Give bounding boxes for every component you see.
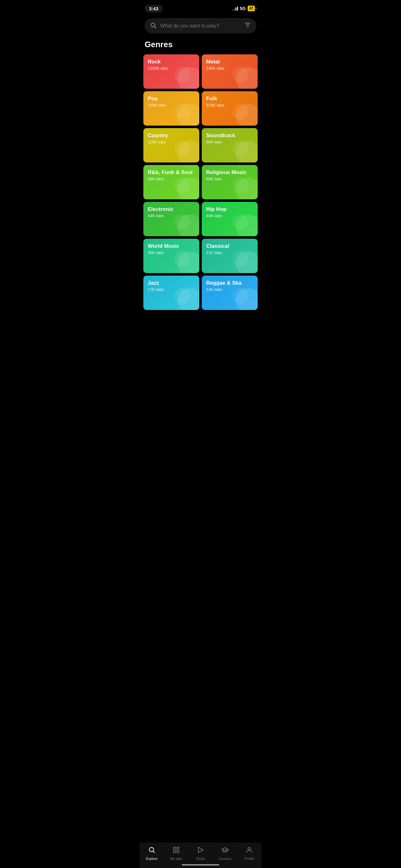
genre-tabs-world: 36K tabs <box>148 250 195 255</box>
svg-rect-5 <box>173 847 175 849</box>
genre-card-rnb[interactable]: R&b, Funk & Soul68K tabs <box>143 165 199 199</box>
genre-title-jazz: Jazz <box>148 280 195 286</box>
genre-tabs-jazz: 17K tabs <box>148 287 195 292</box>
genre-title-pop: Pop <box>148 96 195 102</box>
genre-tabs-hiphop: 44K tabs <box>206 213 253 218</box>
genre-card-folk[interactable]: Folk229K tabs <box>202 91 258 126</box>
nav-shots[interactable]: Shots <box>188 846 213 861</box>
nav-profile-label: Profile <box>244 857 254 861</box>
battery-level: 47 <box>248 6 255 11</box>
battery-indicator: 47 <box>248 6 257 11</box>
genre-title-electronic: Electronic <box>148 206 195 213</box>
courses-icon <box>221 846 229 856</box>
svg-point-11 <box>248 847 250 850</box>
nav-shots-label: Shots <box>196 857 205 861</box>
genre-tabs-folk: 229K tabs <box>206 103 253 107</box>
genre-card-metal[interactable]: Metal245K tabs <box>202 54 258 89</box>
genre-card-classical[interactable]: Classical21K tabs <box>202 239 258 273</box>
genre-card-world[interactable]: World Music36K tabs <box>143 239 199 273</box>
genre-card-jazz[interactable]: Jazz17K tabs <box>143 276 199 310</box>
nav-courses-label: Courses <box>219 857 231 861</box>
genre-tabs-classical: 21K tabs <box>206 250 253 255</box>
search-container: What do you want to play? <box>140 16 261 38</box>
network-label: 5G <box>240 6 246 11</box>
explore-icon <box>148 846 156 856</box>
signal-icon <box>232 6 238 11</box>
mytabs-icon <box>172 846 180 856</box>
genre-title-classical: Classical <box>206 243 253 249</box>
genre-tabs-religious: 60K tabs <box>206 177 253 181</box>
genre-title-hiphop: Hip Hop <box>206 206 253 213</box>
nav-explore-label: Explore <box>146 857 157 861</box>
svg-rect-8 <box>177 850 179 853</box>
profile-icon <box>245 846 253 856</box>
genre-tabs-rnb: 68K tabs <box>148 177 195 181</box>
genre-grid: Rock1205K tabsMetal245K tabsPop236K tabs… <box>140 54 261 310</box>
genre-title-metal: Metal <box>206 59 253 65</box>
svg-rect-6 <box>177 847 179 849</box>
genre-tabs-pop: 236K tabs <box>148 103 195 107</box>
genre-tabs-reggae: 14K tabs <box>206 287 253 292</box>
genre-title-world: World Music <box>148 243 195 249</box>
genre-title-rnb: R&b, Funk & Soul <box>148 169 195 176</box>
genre-title-folk: Folk <box>206 96 253 102</box>
search-bar[interactable]: What do you want to play? <box>144 18 257 33</box>
shots-icon <box>197 846 204 856</box>
genre-card-soundtrack[interactable]: Soundtrack90K tabs <box>202 128 258 162</box>
status-right: 5G 47 <box>232 6 257 11</box>
genre-card-country[interactable]: Country125K tabs <box>143 128 199 162</box>
genre-card-religious[interactable]: Religious Music60K tabs <box>202 165 258 199</box>
genre-card-pop[interactable]: Pop236K tabs <box>143 91 199 126</box>
genre-card-rock[interactable]: Rock1205K tabs <box>143 54 199 89</box>
genre-title-soundtrack: Soundtrack <box>206 132 253 139</box>
nav-explore[interactable]: Explore <box>140 846 164 861</box>
nav-profile[interactable]: Profile <box>237 846 261 861</box>
genre-title-religious: Religious Music <box>206 169 253 176</box>
section-title: Genres <box>140 38 261 54</box>
nav-mytabs-label: My tabs <box>170 857 182 861</box>
svg-line-4 <box>153 851 155 853</box>
nav-mytabs[interactable]: My tabs <box>164 846 188 861</box>
genre-title-country: Country <box>148 132 195 139</box>
battery-tip <box>256 7 257 9</box>
genre-card-hiphop[interactable]: Hip Hop44K tabs <box>202 202 258 236</box>
filter-icon[interactable] <box>244 21 252 30</box>
genre-tabs-electronic: 44K tabs <box>148 213 195 218</box>
search-icon <box>149 22 157 30</box>
genre-tabs-metal: 245K tabs <box>206 66 253 71</box>
genre-card-electronic[interactable]: Electronic44K tabs <box>143 202 199 236</box>
svg-point-3 <box>149 847 154 852</box>
genre-tabs-soundtrack: 90K tabs <box>206 140 253 144</box>
search-placeholder: What do you want to play? <box>160 23 241 29</box>
nav-courses[interactable]: Courses <box>213 846 237 861</box>
genre-title-rock: Rock <box>148 59 195 65</box>
svg-rect-7 <box>173 850 175 853</box>
status-bar: 3:43 5G 47 <box>140 0 261 16</box>
status-time: 3:43 <box>144 5 163 12</box>
home-indicator <box>182 864 219 866</box>
genre-tabs-country: 125K tabs <box>148 140 195 144</box>
genre-tabs-rock: 1205K tabs <box>148 66 195 71</box>
svg-marker-9 <box>198 847 203 853</box>
genre-card-reggae[interactable]: Reggae & Ska14K tabs <box>202 276 258 310</box>
genre-title-reggae: Reggae & Ska <box>206 280 253 286</box>
